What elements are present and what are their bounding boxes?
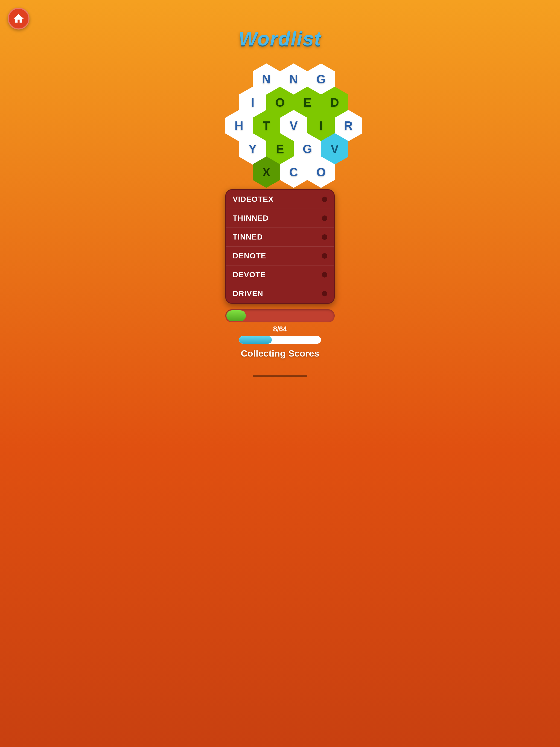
collecting-bar-inner xyxy=(239,336,272,344)
collecting-section: Collecting Scores xyxy=(239,336,321,359)
word-text: THINNED xyxy=(233,214,269,223)
list-item: DENOTE xyxy=(226,247,334,265)
word-dot xyxy=(322,234,327,240)
app-title: Wordlist xyxy=(239,27,322,50)
progress-container: 8/64 xyxy=(225,309,335,323)
word-dot xyxy=(322,272,327,278)
list-item: VIDEOTEX xyxy=(226,190,334,209)
progress-bar-inner xyxy=(226,310,246,321)
word-text: DEVOTE xyxy=(233,271,266,279)
word-text: DRIVEN xyxy=(233,289,263,298)
word-text: DENOTE xyxy=(233,252,266,260)
word-dot xyxy=(322,197,327,202)
list-item: THINNED xyxy=(226,209,334,228)
list-item: DRIVEN xyxy=(226,284,334,303)
list-item: DEVOTE xyxy=(226,265,334,284)
list-item: TINNED xyxy=(226,228,334,247)
progress-text: 8/64 xyxy=(225,323,335,335)
collecting-bar-outer xyxy=(239,336,321,344)
word-dot xyxy=(322,215,327,221)
word-dot xyxy=(322,291,327,297)
bottom-bar xyxy=(253,375,307,377)
word-list: VIDEOTEX THINNED TINNED DENOTE DEVOTE DR… xyxy=(225,189,335,304)
progress-wrap: 8/64 xyxy=(225,309,335,323)
home-button[interactable] xyxy=(8,8,29,29)
collecting-label: Collecting Scores xyxy=(240,348,319,359)
hex-grid: N N G I O E D H T V I R Y E G V X C O xyxy=(223,63,337,173)
word-dot xyxy=(322,253,327,259)
word-text: TINNED xyxy=(233,233,263,241)
word-text: VIDEOTEX xyxy=(233,195,274,204)
home-icon xyxy=(12,12,25,25)
progress-bar-outer xyxy=(225,309,335,323)
